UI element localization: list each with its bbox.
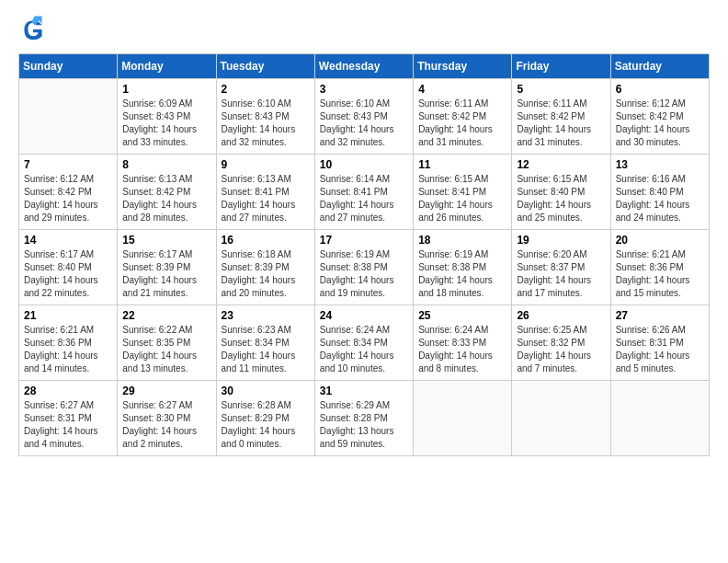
- calendar-week-row: 1Sunrise: 6:09 AMSunset: 8:43 PMDaylight…: [19, 79, 710, 155]
- day-info: Sunrise: 6:23 AMSunset: 8:34 PMDaylight:…: [222, 324, 310, 375]
- calendar-cell: 14Sunrise: 6:17 AMSunset: 8:40 PMDayligh…: [19, 230, 118, 305]
- calendar-cell: 11Sunrise: 6:15 AMSunset: 8:41 PMDayligh…: [414, 155, 512, 230]
- calendar-cell: 22Sunrise: 6:22 AMSunset: 8:35 PMDayligh…: [118, 305, 216, 381]
- day-number: 28: [24, 385, 112, 397]
- day-of-week-header: Saturday: [610, 54, 709, 79]
- calendar-cell: 13Sunrise: 6:16 AMSunset: 8:40 PMDayligh…: [610, 155, 709, 230]
- day-info: Sunrise: 6:17 AMSunset: 8:40 PMDaylight:…: [24, 248, 112, 300]
- calendar-cell: 25Sunrise: 6:24 AMSunset: 8:33 PMDayligh…: [414, 305, 512, 381]
- day-number: 3: [320, 83, 408, 96]
- day-number: 5: [517, 83, 605, 96]
- day-info: Sunrise: 6:12 AMSunset: 8:42 PMDaylight:…: [24, 173, 112, 224]
- page-container: SundayMondayTuesdayWednesdayThursdayFrid…: [0, 0, 728, 465]
- calendar-cell: 23Sunrise: 6:23 AMSunset: 8:34 PMDayligh…: [216, 305, 314, 381]
- day-info: Sunrise: 6:13 AMSunset: 8:41 PMDaylight:…: [222, 173, 310, 224]
- calendar-cell: [19, 79, 118, 155]
- calendar-cell: 9Sunrise: 6:13 AMSunset: 8:41 PMDaylight…: [216, 155, 314, 230]
- day-info: Sunrise: 6:10 AMSunset: 8:43 PMDaylight:…: [320, 98, 408, 149]
- day-info: Sunrise: 6:24 AMSunset: 8:34 PMDaylight:…: [320, 324, 408, 375]
- day-info: Sunrise: 6:16 AMSunset: 8:40 PMDaylight:…: [616, 173, 704, 224]
- day-number: 25: [418, 309, 506, 322]
- day-of-week-header: Sunday: [19, 54, 118, 79]
- calendar-cell: 19Sunrise: 6:20 AMSunset: 8:37 PMDayligh…: [512, 230, 610, 305]
- day-info: Sunrise: 6:27 AMSunset: 8:31 PMDaylight:…: [24, 399, 112, 451]
- calendar-cell: 5Sunrise: 6:11 AMSunset: 8:42 PMDaylight…: [512, 79, 610, 155]
- calendar-week-row: 7Sunrise: 6:12 AMSunset: 8:42 PMDaylight…: [19, 155, 710, 230]
- calendar-cell: [610, 381, 709, 456]
- day-number: 24: [320, 309, 408, 322]
- day-number: 17: [320, 234, 408, 247]
- calendar-cell: 4Sunrise: 6:11 AMSunset: 8:42 PMDaylight…: [414, 79, 512, 155]
- day-number: 16: [222, 234, 310, 247]
- day-info: Sunrise: 6:11 AMSunset: 8:42 PMDaylight:…: [517, 98, 605, 149]
- day-number: 13: [616, 158, 704, 171]
- calendar-cell: 3Sunrise: 6:10 AMSunset: 8:43 PMDaylight…: [314, 79, 413, 155]
- day-info: Sunrise: 6:13 AMSunset: 8:42 PMDaylight:…: [122, 173, 210, 224]
- logo: [18, 15, 51, 44]
- day-info: Sunrise: 6:19 AMSunset: 8:38 PMDaylight:…: [418, 248, 506, 300]
- calendar-cell: 31Sunrise: 6:29 AMSunset: 8:28 PMDayligh…: [314, 381, 413, 456]
- day-info: Sunrise: 6:18 AMSunset: 8:39 PMDaylight:…: [222, 248, 310, 300]
- calendar-cell: 20Sunrise: 6:21 AMSunset: 8:36 PMDayligh…: [610, 230, 709, 305]
- day-number: 9: [222, 158, 310, 171]
- day-number: 27: [616, 309, 704, 322]
- calendar-cell: [512, 381, 610, 456]
- day-number: 6: [616, 83, 704, 96]
- calendar-cell: [414, 381, 512, 456]
- day-of-week-header: Wednesday: [314, 54, 413, 79]
- day-of-week-header: Tuesday: [216, 54, 314, 79]
- day-of-week-header: Thursday: [414, 54, 512, 79]
- day-number: 18: [418, 234, 506, 247]
- calendar-cell: 18Sunrise: 6:19 AMSunset: 8:38 PMDayligh…: [414, 230, 512, 305]
- day-number: 14: [24, 234, 112, 247]
- day-info: Sunrise: 6:27 AMSunset: 8:30 PMDaylight:…: [122, 399, 210, 451]
- day-number: 4: [418, 83, 506, 96]
- calendar-cell: 1Sunrise: 6:09 AMSunset: 8:43 PMDaylight…: [118, 79, 216, 155]
- logo-icon: [18, 15, 48, 44]
- calendar-cell: 26Sunrise: 6:25 AMSunset: 8:32 PMDayligh…: [512, 305, 610, 381]
- calendar-cell: 24Sunrise: 6:24 AMSunset: 8:34 PMDayligh…: [314, 305, 413, 381]
- calendar-cell: 28Sunrise: 6:27 AMSunset: 8:31 PMDayligh…: [19, 381, 118, 456]
- day-number: 19: [517, 234, 605, 247]
- calendar-body: 1Sunrise: 6:09 AMSunset: 8:43 PMDaylight…: [19, 79, 710, 456]
- calendar-cell: 6Sunrise: 6:12 AMSunset: 8:42 PMDaylight…: [610, 79, 709, 155]
- calendar-week-row: 14Sunrise: 6:17 AMSunset: 8:40 PMDayligh…: [19, 230, 710, 305]
- day-info: Sunrise: 6:26 AMSunset: 8:31 PMDaylight:…: [616, 324, 704, 375]
- day-info: Sunrise: 6:12 AMSunset: 8:42 PMDaylight:…: [616, 98, 704, 149]
- day-number: 29: [122, 385, 210, 397]
- day-number: 12: [517, 158, 605, 171]
- calendar-cell: 12Sunrise: 6:15 AMSunset: 8:40 PMDayligh…: [512, 155, 610, 230]
- calendar-cell: 15Sunrise: 6:17 AMSunset: 8:39 PMDayligh…: [118, 230, 216, 305]
- day-number: 20: [616, 234, 704, 247]
- calendar-cell: 16Sunrise: 6:18 AMSunset: 8:39 PMDayligh…: [216, 230, 314, 305]
- calendar-cell: 29Sunrise: 6:27 AMSunset: 8:30 PMDayligh…: [118, 381, 216, 456]
- day-info: Sunrise: 6:29 AMSunset: 8:28 PMDaylight:…: [320, 399, 408, 451]
- calendar-table: SundayMondayTuesdayWednesdayThursdayFrid…: [18, 53, 710, 456]
- day-number: 22: [122, 309, 210, 322]
- day-info: Sunrise: 6:19 AMSunset: 8:38 PMDaylight:…: [320, 248, 408, 300]
- day-number: 8: [122, 158, 210, 171]
- day-number: 11: [418, 158, 506, 171]
- calendar-cell: 2Sunrise: 6:10 AMSunset: 8:43 PMDaylight…: [216, 79, 314, 155]
- day-number: 2: [222, 83, 310, 96]
- day-info: Sunrise: 6:20 AMSunset: 8:37 PMDaylight:…: [517, 248, 605, 300]
- calendar-week-row: 21Sunrise: 6:21 AMSunset: 8:36 PMDayligh…: [19, 305, 710, 381]
- day-number: 7: [24, 158, 112, 171]
- day-number: 21: [24, 309, 112, 322]
- day-number: 30: [222, 385, 310, 397]
- day-info: Sunrise: 6:11 AMSunset: 8:42 PMDaylight:…: [418, 98, 506, 149]
- calendar-cell: 7Sunrise: 6:12 AMSunset: 8:42 PMDaylight…: [19, 155, 118, 230]
- calendar-header-row: SundayMondayTuesdayWednesdayThursdayFrid…: [19, 54, 710, 79]
- calendar-week-row: 28Sunrise: 6:27 AMSunset: 8:31 PMDayligh…: [19, 381, 710, 456]
- day-info: Sunrise: 6:17 AMSunset: 8:39 PMDaylight:…: [122, 248, 210, 300]
- calendar-cell: 27Sunrise: 6:26 AMSunset: 8:31 PMDayligh…: [610, 305, 709, 381]
- day-number: 23: [222, 309, 310, 322]
- calendar-cell: 17Sunrise: 6:19 AMSunset: 8:38 PMDayligh…: [314, 230, 413, 305]
- day-number: 1: [122, 83, 210, 96]
- day-number: 26: [517, 309, 605, 322]
- day-info: Sunrise: 6:25 AMSunset: 8:32 PMDaylight:…: [517, 324, 605, 375]
- calendar-cell: 30Sunrise: 6:28 AMSunset: 8:29 PMDayligh…: [216, 381, 314, 456]
- day-info: Sunrise: 6:09 AMSunset: 8:43 PMDaylight:…: [122, 98, 210, 149]
- day-info: Sunrise: 6:24 AMSunset: 8:33 PMDaylight:…: [418, 324, 506, 375]
- day-info: Sunrise: 6:21 AMSunset: 8:36 PMDaylight:…: [616, 248, 704, 300]
